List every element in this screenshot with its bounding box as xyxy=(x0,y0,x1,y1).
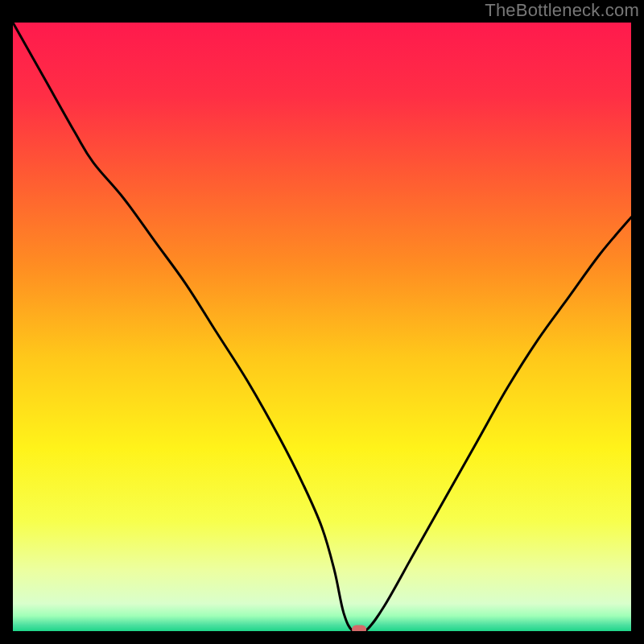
optimal-point-marker xyxy=(352,625,366,632)
chart-frame: TheBottleneck.com xyxy=(0,0,644,644)
gradient-background xyxy=(13,23,631,631)
chart-svg xyxy=(13,23,631,631)
plot-area xyxy=(13,23,631,631)
watermark-text: TheBottleneck.com xyxy=(485,0,639,21)
